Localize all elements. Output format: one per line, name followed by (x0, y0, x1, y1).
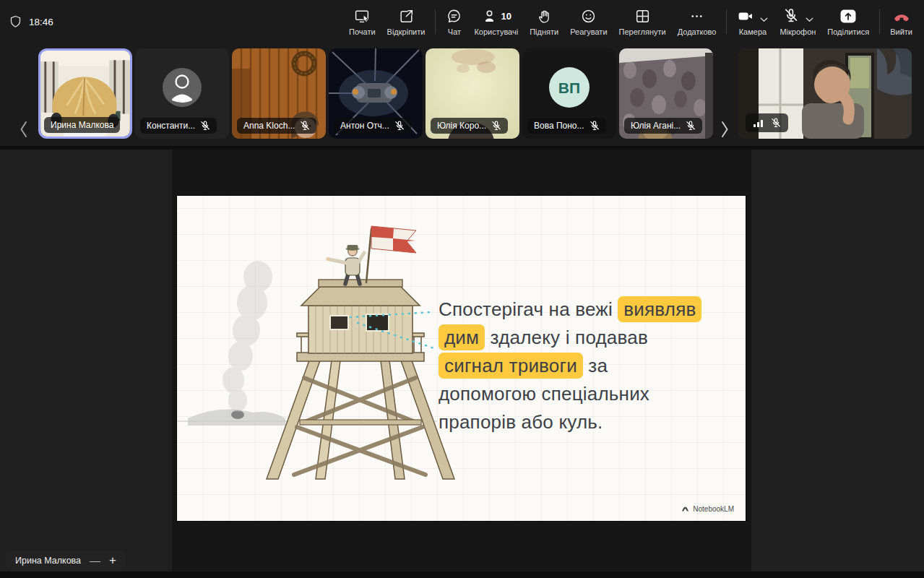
participant-name: Константи... (147, 121, 195, 131)
slide-text-line: Спостерігач на вежі виявляв (439, 296, 701, 324)
slide-text-segment: здалеку і подавав (485, 327, 648, 348)
participant-name: Anna Kloch... (243, 121, 295, 131)
camera-button[interactable]: Камера (731, 0, 774, 43)
participant-tile[interactable]: Константи... (135, 48, 229, 139)
more-options-button[interactable]: Додатково (672, 0, 722, 43)
toolbar-divider (435, 9, 436, 34)
mic-muted-icon (686, 121, 696, 131)
participant-name: Антон Отч... (340, 121, 389, 131)
toolbar-divider (726, 9, 727, 34)
scroll-left-button[interactable] (16, 117, 31, 144)
slide-watermark: NotebookLM (681, 505, 734, 513)
slide-text-line: дим здалеку і подавав (439, 324, 701, 352)
meeting-toolbar: 18:46 Почати Відкріпити Чат 10 (0, 0, 924, 43)
share-button[interactable]: Поділитися (821, 0, 875, 43)
meeting-info: 18:46 (9, 0, 53, 43)
participant-tile[interactable]: Anna Kloch... (232, 48, 326, 139)
chevron-right-icon (720, 120, 730, 139)
participants-count: 10 (501, 11, 511, 22)
participant-tile[interactable]: Ирина Малкова (38, 48, 132, 139)
slide-text-segment: допомогою спеціальних (439, 383, 649, 405)
chat-icon (446, 7, 462, 25)
participants-button[interactable]: 10 Користувачі (468, 0, 524, 43)
mic-options-chevron-icon[interactable] (806, 17, 813, 22)
toolbar-buttons: Почати Відкріпити Чат 10 Користувачі (343, 0, 918, 43)
chevron-left-icon (19, 120, 28, 139)
scroll-right-button[interactable] (717, 117, 733, 144)
shared-slide: Спостерігач на вежі виявлявдим здалеку і… (177, 196, 746, 521)
unpin-button[interactable]: Відкріпити (381, 0, 431, 43)
raise-hand-button[interactable]: Підняти (524, 0, 564, 43)
collapse-button[interactable]: — (90, 555, 100, 566)
security-shield-icon (9, 15, 22, 28)
more-dots-icon (688, 7, 705, 25)
slide-text-line: прапорів або куль. (439, 408, 701, 436)
slide-text-block: Спостерігач на вежі виявлявдим здалеку і… (439, 296, 701, 436)
toolbar-divider (879, 9, 880, 34)
slide-text-segment: прапорів або куль. (439, 411, 603, 433)
presenter-pill: Ирина Малкова — + (6, 551, 126, 570)
participant-name-badge: Вова Поно... (527, 118, 606, 134)
people-icon (481, 8, 498, 25)
present-screen-icon (354, 7, 371, 25)
start-presenting-button[interactable]: Почати (343, 0, 381, 43)
hang-up-icon (892, 7, 911, 25)
meeting-stage: Спостерігач на вежі виявлявдим здалеку і… (0, 146, 924, 578)
spotlight-video-tile[interactable] (738, 48, 912, 139)
participant-tiles: Ирина Малкова Константи... Anna Kloch...… (38, 48, 713, 139)
shared-screen-region: Спостерігач на вежі виявлявдим здалеку і… (172, 150, 751, 571)
highlighted-phrase: виявляв (618, 296, 701, 322)
smiley-icon (580, 7, 597, 25)
raise-hand-icon (536, 7, 553, 25)
participant-tile[interactable]: Юлія Коро... (426, 48, 519, 139)
signal-bars-icon (753, 118, 764, 128)
mic-muted-icon (590, 121, 600, 131)
slide-text-segment: за (583, 355, 608, 376)
presenter-name: Ирина Малкова (15, 556, 81, 566)
spotlight-status-badge (746, 113, 788, 132)
mic-muted-icon (200, 121, 210, 131)
participant-name: Ирина Малкова (51, 120, 113, 130)
mic-muted-icon (771, 118, 781, 128)
mic-muted-icon (300, 121, 310, 131)
react-button[interactable]: Реагувати (564, 0, 613, 43)
watermark-text: NotebookLM (693, 505, 734, 513)
participant-name-badge: Юлія Агані... (624, 118, 702, 134)
svg-text:ВП: ВП (558, 79, 580, 96)
share-screen-icon (839, 7, 858, 25)
notebooklm-logo-icon (681, 505, 689, 513)
leave-call-button[interactable]: Вийти (884, 0, 918, 43)
participant-filmstrip: Ирина Малкова Константи... Anna Kloch...… (0, 43, 924, 146)
participant-name: Вова Поно... (534, 121, 584, 131)
camera-options-chevron-icon[interactable] (760, 17, 768, 22)
mic-muted-icon (394, 121, 405, 131)
participant-tile[interactable]: Юлія Агані... (619, 48, 713, 139)
chat-button[interactable]: Чат (440, 0, 468, 43)
meeting-time: 18:46 (29, 17, 53, 27)
expand-button[interactable]: + (109, 554, 116, 566)
slide-text-segment: Спостерігач на вежі (439, 298, 618, 320)
participant-tile[interactable]: Антон Отч... (329, 48, 423, 139)
grid-view-icon (634, 7, 651, 25)
participant-name-badge: Юлія Коро... (431, 118, 508, 134)
participant-name-badge: Anna Kloch... (237, 118, 316, 134)
mic-button[interactable]: Мікрофон (774, 0, 821, 43)
view-button[interactable]: Переглянути (613, 0, 672, 43)
participant-name: Юлія Агані... (631, 121, 681, 131)
highlighted-phrase: сигнал тривоги (439, 353, 583, 379)
mic-muted-icon (491, 121, 501, 131)
participant-name-badge: Константи... (140, 118, 217, 134)
participant-tile[interactable]: ВПВова Поно... (522, 48, 616, 139)
participant-name-badge: Антон Отч... (334, 118, 411, 134)
slide-text-line: допомогою спеціальних (439, 380, 701, 408)
highlighted-phrase: дим (439, 324, 485, 350)
unpin-icon (398, 7, 415, 25)
participant-name-badge: Ирина Малкова (44, 117, 120, 133)
participant-name: Юлія Коро... (437, 121, 486, 131)
camera-on-icon (737, 8, 754, 25)
stage-bottom-strip (0, 571, 924, 578)
mic-muted-icon (782, 7, 800, 25)
slide-text-line: сигнал тривоги за (439, 352, 701, 380)
